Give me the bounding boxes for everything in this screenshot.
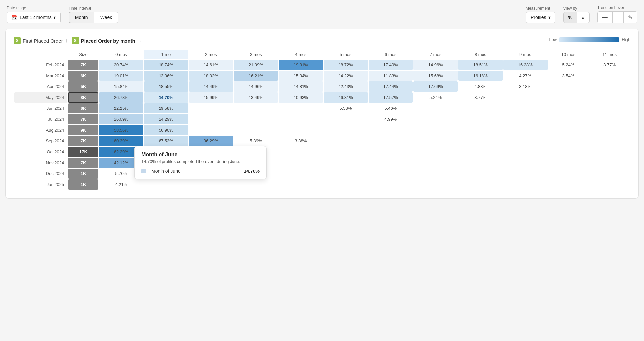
data-cell-r9-c4[interactable] [279, 158, 323, 168]
data-cell-r3-c0[interactable]: 26.78% [99, 92, 143, 103]
data-cell-r2-c9[interactable]: 3.18% [503, 81, 548, 92]
data-cell-r0-c7[interactable]: 14.96% [413, 60, 458, 70]
data-cell-r3-c10[interactable] [548, 92, 589, 103]
data-cell-r11-c0[interactable]: 4.21% [99, 179, 143, 190]
data-cell-r0-c11[interactable]: 3.77% [589, 60, 630, 70]
data-cell-r9-c8[interactable] [458, 158, 503, 168]
data-cell-r3-c1[interactable]: 14.70% [144, 92, 188, 103]
data-cell-r5-c1[interactable]: 24.29% [144, 114, 188, 124]
data-cell-r10-c5[interactable] [324, 169, 368, 179]
data-cell-r0-c4[interactable]: 19.31% [279, 60, 323, 70]
data-cell-r10-c8[interactable] [458, 169, 503, 179]
tab-month[interactable]: Month [69, 12, 94, 23]
data-cell-r10-c7[interactable] [413, 169, 458, 179]
data-cell-r9-c10[interactable] [548, 158, 589, 168]
data-cell-r0-c9[interactable]: 16.28% [503, 60, 548, 70]
data-cell-r5-c4[interactable] [279, 114, 323, 124]
data-cell-r2-c11[interactable] [589, 81, 630, 92]
data-cell-r1-c11[interactable] [589, 71, 630, 81]
data-cell-r5-c11[interactable] [589, 114, 630, 124]
data-cell-r8-c7[interactable] [413, 147, 458, 157]
data-cell-r7-c7[interactable] [413, 136, 458, 146]
data-cell-r0-c5[interactable]: 18.72% [324, 60, 368, 70]
data-cell-r1-c1[interactable]: 13.06% [144, 71, 188, 81]
data-cell-r5-c2[interactable] [189, 114, 233, 124]
data-cell-r4-c5[interactable]: 5.58% [324, 103, 368, 113]
data-cell-r3-c2[interactable]: 15.99% [189, 92, 233, 103]
data-cell-r4-c3[interactable] [234, 103, 278, 113]
data-cell-r8-c8[interactable] [458, 147, 503, 157]
data-cell-r8-c10[interactable] [548, 147, 589, 157]
data-cell-r7-c0[interactable]: 60.39% [99, 136, 143, 146]
data-cell-r1-c3[interactable]: 16.21% [234, 71, 278, 81]
data-cell-r2-c10[interactable] [548, 81, 589, 92]
data-cell-r6-c4[interactable] [279, 125, 323, 135]
data-cell-r11-c5[interactable] [324, 179, 368, 190]
data-cell-r1-c9[interactable]: 4.27% [503, 71, 548, 81]
data-cell-r1-c8[interactable]: 16.18% [458, 71, 503, 81]
data-cell-r3-c4[interactable]: 10.93% [279, 92, 323, 103]
data-cell-r2-c3[interactable]: 14.96% [234, 81, 278, 92]
data-cell-r1-c10[interactable]: 3.54% [548, 71, 589, 81]
data-cell-r4-c2[interactable] [189, 103, 233, 113]
data-cell-r3-c7[interactable]: 5.24% [413, 92, 458, 103]
date-range-button[interactable]: 📅 Last 12 months ▾ [7, 12, 61, 23]
data-cell-r6-c11[interactable] [589, 125, 630, 135]
data-cell-r6-c7[interactable] [413, 125, 458, 135]
data-cell-r0-c3[interactable]: 21.09% [234, 60, 278, 70]
data-cell-r2-c2[interactable]: 14.49% [189, 81, 233, 92]
data-cell-r9-c9[interactable] [503, 158, 548, 168]
measurement-dropdown[interactable]: Profiles ▾ [526, 12, 555, 23]
data-cell-r8-c5[interactable] [324, 147, 368, 157]
data-cell-r2-c6[interactable]: 17.44% [369, 81, 413, 92]
data-cell-r7-c5[interactable] [324, 136, 368, 146]
data-cell-r10-c11[interactable] [589, 169, 630, 179]
data-cell-r5-c0[interactable]: 26.09% [99, 114, 143, 124]
data-cell-r3-c8[interactable]: 3.77% [458, 92, 503, 103]
data-cell-r1-c0[interactable]: 19.01% [99, 71, 143, 81]
data-cell-r9-c6[interactable] [369, 158, 413, 168]
data-cell-r9-c5[interactable] [324, 158, 368, 168]
data-cell-r5-c10[interactable] [548, 114, 589, 124]
data-cell-r3-c5[interactable]: 16.31% [324, 92, 368, 103]
data-cell-r11-c7[interactable] [413, 179, 458, 190]
data-cell-r2-c1[interactable]: 18.55% [144, 81, 188, 92]
data-cell-r9-c7[interactable] [413, 158, 458, 168]
data-cell-r4-c6[interactable]: 5.46% [369, 103, 413, 113]
data-cell-r11-c9[interactable] [503, 179, 548, 190]
data-cell-r1-c6[interactable]: 11.83% [369, 71, 413, 81]
data-cell-r6-c5[interactable] [324, 125, 368, 135]
data-cell-r7-c2[interactable]: 36.29% [189, 136, 233, 146]
data-cell-r8-c4[interactable] [279, 147, 323, 157]
data-cell-r1-c7[interactable]: 15.68% [413, 71, 458, 81]
data-cell-r0-c0[interactable]: 20.74% [99, 60, 143, 70]
data-cell-r3-c6[interactable]: 17.57% [369, 92, 413, 103]
data-cell-r6-c10[interactable] [548, 125, 589, 135]
data-cell-r2-c5[interactable]: 12.43% [324, 81, 368, 92]
data-cell-r4-c4[interactable] [279, 103, 323, 113]
data-cell-r8-c6[interactable] [369, 147, 413, 157]
data-cell-r0-c6[interactable]: 17.40% [369, 60, 413, 70]
data-cell-r4-c8[interactable] [458, 103, 503, 113]
data-cell-r7-c4[interactable]: 3.38% [279, 136, 323, 146]
data-cell-r1-c2[interactable]: 18.02% [189, 71, 233, 81]
data-cell-r5-c7[interactable] [413, 114, 458, 124]
data-cell-r2-c7[interactable]: 17.69% [413, 81, 458, 92]
data-cell-r5-c8[interactable] [458, 114, 503, 124]
data-cell-r6-c2[interactable] [189, 125, 233, 135]
data-cell-r5-c5[interactable] [324, 114, 368, 124]
data-cell-r2-c8[interactable]: 4.83% [458, 81, 503, 92]
data-cell-r4-c7[interactable] [413, 103, 458, 113]
data-cell-r0-c1[interactable]: 18.74% [144, 60, 188, 70]
data-cell-r7-c10[interactable] [548, 136, 589, 146]
data-cell-r5-c3[interactable] [234, 114, 278, 124]
data-cell-r6-c9[interactable] [503, 125, 548, 135]
data-cell-r10-c6[interactable] [369, 169, 413, 179]
breadcrumb-item-first-order[interactable]: S First Placed Order ↓ [14, 37, 68, 44]
data-cell-r4-c11[interactable] [589, 103, 630, 113]
trend-pencil-button[interactable]: ✎ [624, 12, 637, 23]
data-cell-r1-c5[interactable]: 14.22% [324, 71, 368, 81]
data-cell-r7-c11[interactable] [589, 136, 630, 146]
data-cell-r10-c4[interactable] [279, 169, 323, 179]
data-cell-r4-c10[interactable] [548, 103, 589, 113]
